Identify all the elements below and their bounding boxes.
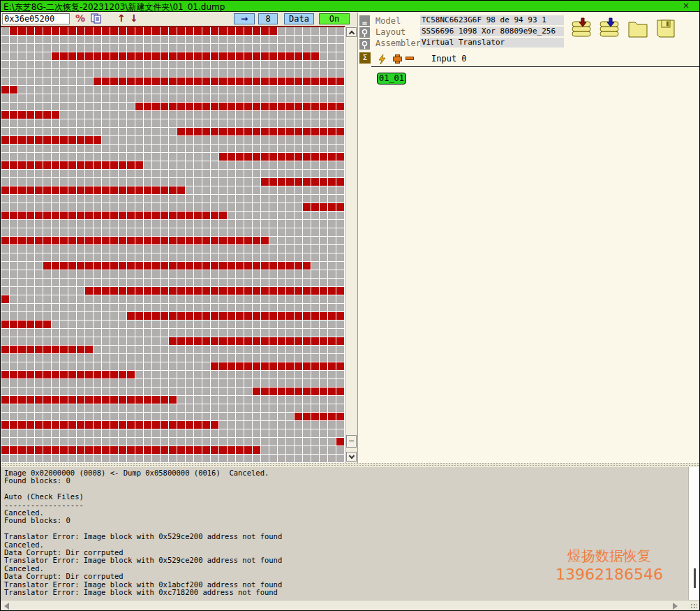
- grid-cell[interactable]: [102, 153, 110, 161]
- grid-cell[interactable]: [60, 429, 68, 437]
- grid-cell[interactable]: [60, 94, 68, 102]
- grid-cell[interactable]: [77, 287, 84, 295]
- grid-cell[interactable]: [52, 312, 59, 320]
- grid-cell[interactable]: [127, 136, 135, 144]
- grid-cell[interactable]: [269, 103, 277, 110]
- grid-cell[interactable]: [102, 346, 110, 353]
- grid-cell[interactable]: [236, 270, 244, 278]
- grid-cell[interactable]: [219, 128, 227, 135]
- grid-cell[interactable]: [177, 253, 185, 261]
- grid-cell[interactable]: [311, 388, 319, 395]
- grid-cell[interactable]: [295, 388, 302, 395]
- grid-cell[interactable]: [94, 203, 101, 211]
- grid-cell[interactable]: [244, 195, 252, 203]
- grid-cell[interactable]: [303, 404, 311, 412]
- grid-cell[interactable]: [77, 245, 84, 253]
- grid-cell[interactable]: [68, 438, 76, 446]
- grid-cell[interactable]: [18, 455, 26, 462]
- grid-cell[interactable]: [320, 321, 327, 328]
- grid-cell[interactable]: [119, 421, 126, 429]
- grid-cell[interactable]: [336, 304, 344, 311]
- grid-cell[interactable]: [311, 212, 319, 219]
- grid-cell[interactable]: [35, 421, 43, 429]
- grid-cell[interactable]: [119, 228, 126, 236]
- grid-cell[interactable]: [68, 287, 76, 295]
- grid-cell[interactable]: [336, 295, 344, 303]
- grid-cell[interactable]: [328, 371, 336, 378]
- grid-cell[interactable]: [169, 145, 177, 152]
- grid-cell[interactable]: [278, 354, 285, 362]
- grid-cell[interactable]: [202, 354, 210, 362]
- grid-cell[interactable]: [161, 362, 168, 370]
- grid-cell[interactable]: [1, 245, 9, 253]
- grid-cell[interactable]: [35, 237, 43, 244]
- grid-cell[interactable]: [110, 153, 118, 161]
- grid-cell[interactable]: [253, 388, 260, 395]
- grid-cell[interactable]: [144, 371, 151, 378]
- grid-cell[interactable]: [77, 61, 84, 68]
- grid-cell[interactable]: [202, 128, 210, 135]
- grid-cell[interactable]: [119, 119, 126, 127]
- grid-cell[interactable]: [94, 27, 101, 35]
- grid-cell[interactable]: [52, 61, 59, 68]
- grid-cell[interactable]: [236, 404, 244, 412]
- grid-cell[interactable]: [1, 136, 9, 144]
- grid-cell[interactable]: [85, 304, 93, 311]
- grid-cell[interactable]: [295, 245, 302, 253]
- grid-cell[interactable]: [110, 128, 118, 135]
- grid-cell[interactable]: [244, 228, 252, 236]
- grid-cell[interactable]: [135, 396, 143, 404]
- grid-cell[interactable]: [177, 404, 185, 412]
- grid-cell[interactable]: [127, 36, 135, 43]
- grid-cell[interactable]: [152, 379, 160, 387]
- grid-cell[interactable]: [320, 245, 327, 253]
- grid-cell[interactable]: [194, 379, 202, 387]
- grid-cell[interactable]: [328, 287, 336, 295]
- grid-cell[interactable]: [336, 253, 344, 261]
- grid-cell[interactable]: [228, 27, 235, 35]
- grid-cell[interactable]: [211, 421, 218, 429]
- grid-cell[interactable]: [219, 337, 227, 345]
- grid-cell[interactable]: [60, 212, 68, 219]
- grid-cell[interactable]: [311, 111, 319, 119]
- grid-cell[interactable]: [211, 86, 218, 94]
- grid-cell[interactable]: [27, 237, 34, 244]
- grid-cell[interactable]: [10, 128, 17, 135]
- grid-cell[interactable]: [52, 329, 59, 337]
- grid-cell[interactable]: [186, 94, 193, 102]
- grid-cell[interactable]: [320, 111, 327, 119]
- grid-cell[interactable]: [320, 128, 327, 135]
- grid-cell[interactable]: [152, 404, 160, 412]
- grid-cell[interactable]: [194, 413, 202, 420]
- grid-cell[interactable]: [278, 388, 285, 395]
- grid-cell[interactable]: [27, 413, 34, 420]
- grid-cell[interactable]: [311, 136, 319, 144]
- grid-cell[interactable]: [35, 228, 43, 236]
- grid-cell[interactable]: [261, 304, 269, 311]
- grid-cell[interactable]: [152, 455, 160, 462]
- scroll-thumb[interactable]: −: [346, 435, 357, 448]
- grid-cell[interactable]: [211, 237, 218, 244]
- grid-cell[interactable]: [10, 36, 17, 43]
- grid-cell[interactable]: [144, 145, 151, 152]
- grid-cell[interactable]: [110, 346, 118, 353]
- grid-cell[interactable]: [261, 203, 269, 211]
- grid-cell[interactable]: [295, 455, 302, 462]
- grid-cell[interactable]: [43, 279, 51, 286]
- grid-cell[interactable]: [68, 203, 76, 211]
- grid-cell[interactable]: [336, 119, 344, 127]
- grid-cell[interactable]: [18, 103, 26, 110]
- grid-cell[interactable]: [1, 362, 9, 370]
- grid-cell[interactable]: [52, 295, 59, 303]
- grid-cell[interactable]: [144, 295, 151, 303]
- grid-cell[interactable]: [311, 287, 319, 295]
- grid-cell[interactable]: [211, 203, 218, 211]
- grid-cell[interactable]: [169, 220, 177, 228]
- grid-cell[interactable]: [135, 379, 143, 387]
- grid-cell[interactable]: [228, 304, 235, 311]
- grid-cell[interactable]: [110, 245, 118, 253]
- grid-cell[interactable]: [43, 195, 51, 203]
- grid-cell[interactable]: [194, 295, 202, 303]
- grid-cell[interactable]: [295, 346, 302, 353]
- grid-cell[interactable]: [144, 128, 151, 135]
